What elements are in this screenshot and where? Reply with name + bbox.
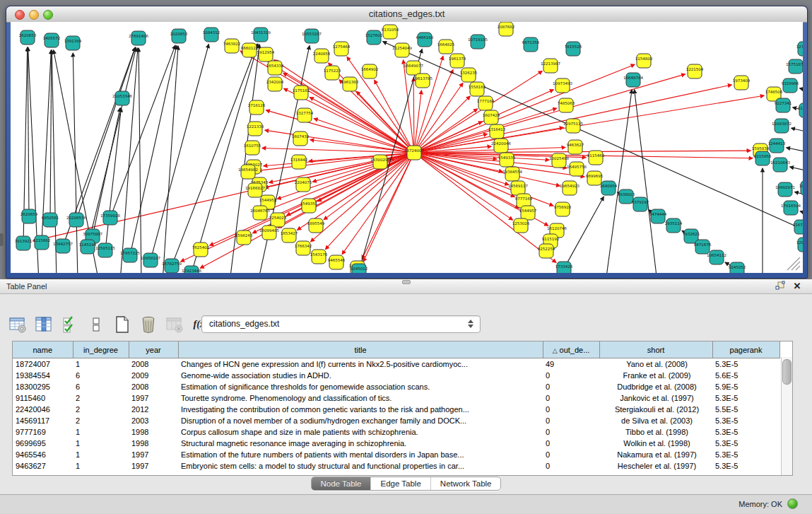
table-cell[interactable]: 1 [73,449,129,460]
graph-node[interactable] [566,119,580,133]
graph-node[interactable] [395,43,409,57]
citation-edge-black[interactable] [790,167,803,173]
table-cell[interactable]: 9463627 [13,460,73,472]
graph-node[interactable] [407,146,421,160]
table-cell[interactable]: 5.3E-5 [712,426,779,438]
table-cell[interactable]: Corpus callosum shape and size in male p… [178,426,543,438]
scrollbar-thumb[interactable] [782,359,792,385]
graph-node[interactable] [367,30,381,45]
table-cell[interactable]: Nakamura et al. (1997) [599,449,712,460]
graph-node[interactable] [755,151,770,165]
column-header-out_de[interactable]: △out_de... [543,341,599,358]
table-vertical-scrollbar[interactable] [781,357,792,475]
graph-node[interactable] [81,240,95,254]
graph-node[interactable] [587,171,601,185]
graph-node[interactable] [123,248,137,262]
citation-edge-black[interactable] [792,128,803,134]
column-header-in_degree[interactable]: in_degree [73,341,129,358]
graph-node[interactable] [637,54,651,68]
citation-edge-red[interactable] [420,153,567,168]
citation-edge-black[interactable] [152,45,208,255]
table-cell[interactable]: 6 [73,381,129,392]
graph-node[interactable] [478,96,493,110]
table-cell[interactable]: 5.3E-5 [712,460,779,472]
graph-node[interactable] [626,73,640,87]
graph-node[interactable] [799,103,803,117]
graph-node[interactable] [237,230,251,245]
table-cell[interactable]: 0 [543,392,599,404]
network-table-select[interactable]: citations_edges.txt [201,315,481,333]
graph-node[interactable] [710,250,724,264]
citation-edge-red[interactable] [266,110,408,151]
graph-node[interactable] [242,43,257,57]
graph-node[interactable] [329,255,343,269]
column-header-short[interactable]: short [599,341,712,358]
graph-node[interactable] [568,140,582,154]
graph-node[interactable] [490,124,504,139]
table-cell[interactable]: 49 [543,358,599,370]
citation-edge-red[interactable] [413,78,414,146]
table-cell[interactable]: Stergiakouli et al. (2012) [599,404,712,415]
citation-edge-black[interactable] [50,50,52,214]
graph-node[interactable] [294,86,308,100]
graph-node[interactable] [334,42,348,56]
citation-edge-black[interactable] [23,47,28,237]
graph-node[interactable] [559,98,573,112]
citation-edge-black[interactable] [163,46,178,273]
graph-node[interactable] [505,167,519,181]
table-cell[interactable]: 5.3E-5 [712,438,779,449]
table-cell[interactable]: Embryonic stem cells: a model to study s… [178,460,543,472]
table-cell[interactable]: 1 [73,460,129,472]
panel-splitter-handle[interactable] [402,280,411,284]
table-cell[interactable]: Wolkin et al. (1998) [599,438,712,449]
table-cell[interactable]: 18300295 [13,381,73,392]
graph-node[interactable] [651,209,665,223]
graph-node[interactable] [555,202,570,216]
citation-edge-black[interactable] [112,45,175,211]
table-cell[interactable]: 0 [543,438,599,449]
row-height-icon[interactable] [87,315,105,334]
table-cell[interactable]: 2 [73,392,129,404]
table-cell[interactable]: 9465546 [13,449,73,460]
graph-node[interactable] [293,132,307,146]
graph-node[interactable] [552,153,566,168]
graph-node[interactable] [418,33,432,47]
graph-node[interactable] [325,66,339,80]
graph-node[interactable] [312,250,326,264]
new-column-document-icon[interactable] [113,315,131,334]
citation-edge-black[interactable] [800,211,803,216]
graph-node[interactable] [589,151,603,165]
table-cell[interactable]: 0 [543,426,599,438]
graph-node[interactable] [343,77,357,91]
table-cell[interactable]: 2008 [129,358,178,370]
table-cell[interactable]: 2009 [129,370,178,381]
graph-node[interactable] [296,241,310,255]
graph-node[interactable] [363,64,377,78]
table-cell[interactable]: 2003 [129,415,178,426]
graph-node[interactable] [416,74,430,88]
table-row[interactable]: 969969511998Structural magnetic resonanc… [13,438,779,449]
graph-node[interactable] [776,98,790,112]
graph-node[interactable] [268,61,282,75]
column-header-title[interactable]: title [178,341,543,358]
graph-node[interactable] [20,30,35,45]
table-cell[interactable]: 0 [543,381,599,392]
graph-node[interactable] [801,181,803,195]
graph-node[interactable] [262,226,276,240]
graph-node[interactable] [16,236,30,250]
float-panel-icon[interactable] [774,281,787,292]
citation-edge-black[interactable] [787,148,803,153]
graph-node[interactable] [499,22,513,36]
table-row[interactable]: 1872400712008Changes of HCN gene express… [13,358,779,370]
table-cell[interactable]: 18724007 [13,358,73,370]
graph-node[interactable] [784,201,798,215]
table-cell[interactable]: de Silva et al. (2003) [599,415,712,426]
tab-edge-table[interactable]: Edge Table [371,477,430,490]
delete-column-trash-icon[interactable] [139,315,158,334]
table-cell[interactable]: Jankovic et al. (1997) [599,392,712,404]
table-row[interactable]: 2242004622012Investigating the contribut… [13,404,779,415]
tab-network-table[interactable]: Network Table [431,477,501,490]
graph-node[interactable] [566,42,580,56]
graph-node[interactable] [254,28,268,42]
graph-node[interactable] [115,91,129,105]
